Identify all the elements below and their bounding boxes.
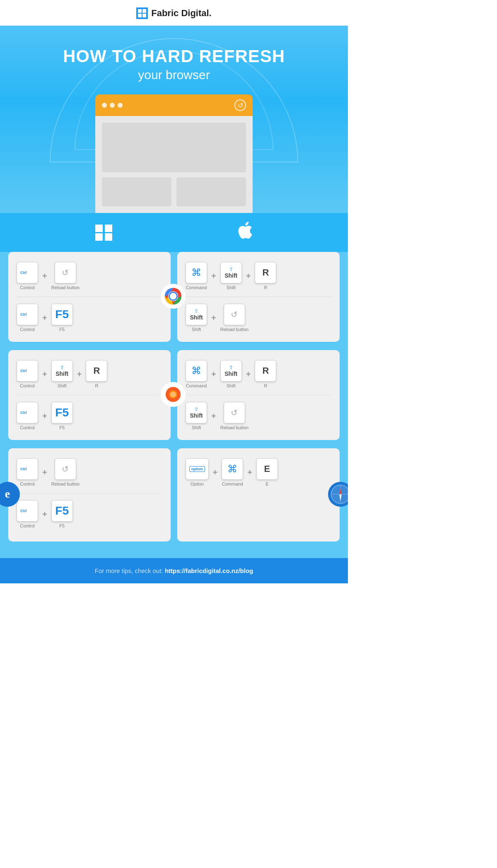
shift-key-ff-mac1: ⇧ Shift [220,360,242,382]
chrome-logo-container [161,284,187,310]
shift-caption-2: Shift [192,327,201,332]
plus-ie2: + [42,510,47,519]
windows-square-tr [105,225,112,232]
footer-link[interactable]: https://fabricdigital.co.nz/blog [165,567,253,574]
plus-5: + [211,313,216,323]
ctrl-label-ie2: Ctrl [20,509,27,513]
cmd-key-safari: ⌘ [222,458,243,480]
ie-logo: e [0,482,20,507]
ctrl-caption-1: Control [20,285,34,290]
plus-safari1: + [213,468,218,477]
ie-safari-grid: Ctrl Control + ↺ Reload button [8,448,340,542]
e-key: E [256,458,278,480]
browser-bottom-blocks [102,177,246,206]
cmd-key-ff1: ⌘ [186,360,207,382]
shift-label-ff1: Shift [55,370,68,377]
cmd-key-1: ⌘ [186,262,207,283]
chrome-mac-box: ⌘ Command + ⇧ Shift Shift + [177,252,340,342]
ctrl-caption-2: Control [20,327,34,332]
shift-key-2: ⇧ Shift [186,304,207,325]
firefox-logo-container [161,382,187,409]
svg-rect-0 [138,9,142,13]
ie-safari-section: Ctrl Control + ↺ Reload button [8,448,340,542]
r-key-wrapper-1: R R [255,262,276,290]
ctrl-caption-ff2: Control [20,425,34,430]
reload-caption-ff-mac2: Reload button [220,425,249,430]
plus-ff5: + [246,370,251,379]
firefox-logo [161,382,186,407]
f5-caption-1: F5 [59,327,65,332]
shift-caption-1: Shift [227,285,236,290]
f5-key-ff: F5 [51,402,73,423]
firefox-mac-row1: ⌘ Command + ⇧ Shift Shift + [186,360,331,388]
f5-caption-ie: F5 [59,523,65,528]
shift-key-1: ⇧ Shift [220,262,242,283]
cmd-caption-safari: Command [222,481,243,486]
reload-caption-2: Reload button [220,327,249,332]
shift-key-wrapper-ff-mac1: ⇧ Shift Shift [220,360,242,388]
chrome-mac-row2: ⇧ Shift Shift + ↺ Reload button [186,304,331,332]
r-caption-ff1: R [95,383,98,388]
shift-icon-2: ⇧ [194,308,198,314]
plus-4: + [246,271,251,281]
plus-ff2: + [77,370,82,379]
reload-caption-1: Reload button [51,285,80,290]
plus-ff3: + [42,411,47,421]
ctrl-label-ie1: Ctrl [20,467,27,471]
reload-key-ff-mac2: ↺ [224,402,245,423]
apple-icon [237,221,253,244]
separator-ie-win [17,493,162,493]
r-label-ff-mac1: R [262,366,269,375]
hero-subtitle: your browser [8,68,340,82]
chrome-win-row2: Ctrl Control + F5 F5 [17,304,162,332]
reload-key-wrapper-ff-mac2: ↺ Reload button [220,402,249,430]
reload-key-wrapper-1: ↺ Reload button [51,262,80,290]
f5-label-ie: F5 [55,504,69,517]
r-key-ff-mac1: R [255,360,276,382]
firefox-shortcut-grid: Ctrl Control + ⇧ Shift Shift + [8,350,340,440]
safari-mac-box: option Option + ⌘ Command + E [177,448,340,542]
windows-square-br [105,233,112,241]
e-caption: E [265,481,268,486]
main-content: Ctrl Control + ↺ Reload button [0,252,348,558]
svg-rect-1 [142,9,146,13]
reload-key-2: ↺ [224,304,245,325]
safari-logo-container [328,482,348,508]
browser-dot-1 [102,103,107,108]
reload-icon-ie1: ↺ [62,464,69,474]
r-key-wrapper-ff-mac1: R R [255,360,276,388]
firefox-section: Ctrl Control + ⇧ Shift Shift + [8,350,340,440]
ctrl-key-2: Ctrl [17,304,38,325]
browser-titlebar: ↺ [95,94,253,116]
shift-label-1: Shift [224,272,237,279]
option-label: option [189,466,205,472]
shift-key-ff1: ⇧ Shift [51,360,73,382]
browser-reload-icon: ↺ [234,99,246,111]
firefox-windows-box: Ctrl Control + ⇧ Shift Shift + [8,350,171,440]
shift-icon-ff-mac2: ⇧ [194,406,198,412]
browser-dots [102,103,123,108]
browser-content [95,116,253,213]
hero-section: HOW TO HARD REFRESH your browser ↺ [0,26,348,213]
reload-key-wrapper-2: ↺ Reload button [220,304,249,332]
logo-text: Fabric Digital. [151,8,211,19]
svg-rect-2 [138,14,142,17]
f5-caption-ff: F5 [59,425,65,430]
option-caption: Option [191,481,204,486]
plus-ff4: + [211,370,216,379]
ctrl-label-ff1: Ctrl [20,369,27,373]
browser-bottom-block-left [102,177,171,206]
plus-2: + [42,313,47,323]
logo-icon [136,7,148,19]
shift-label-ff-mac2: Shift [190,412,203,419]
firefox-win-row1: Ctrl Control + ⇧ Shift Shift + [17,360,162,388]
windows-icon [95,225,113,241]
shift-label-ff-mac1: Shift [224,370,237,377]
safari-logo [328,482,348,507]
chrome-windows-box: Ctrl Control + ↺ Reload button [8,252,171,342]
reload-caption-ie1: Reload button [51,481,80,486]
firefox-mac-row2: ⇧ Shift Shift + ↺ Reload button [186,402,331,430]
logo: Fabric Digital. [136,7,211,19]
cmd-caption-1: Command [186,285,207,290]
svg-point-9 [170,293,176,300]
